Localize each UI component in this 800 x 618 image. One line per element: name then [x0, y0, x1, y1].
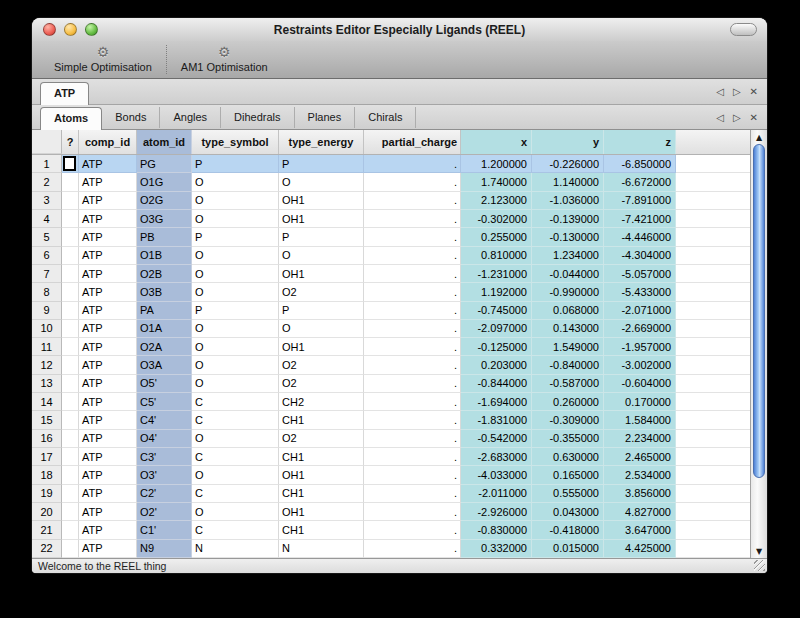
cell-atom-id[interactable]: O3B	[137, 283, 192, 301]
cell-q[interactable]	[62, 210, 79, 228]
cell-type-energy[interactable]: P	[279, 155, 364, 173]
cell-x[interactable]: -0.542000	[461, 430, 532, 448]
cell-q[interactable]	[62, 411, 79, 429]
cell-atom-id[interactable]: O3A	[137, 356, 192, 374]
cell-type-symbol[interactable]: O	[192, 210, 279, 228]
cell-atom-id[interactable]: O3G	[137, 210, 192, 228]
cell-partial-charge[interactable]: .	[364, 466, 461, 484]
scrollbar-track[interactable]	[751, 478, 767, 544]
cell-z[interactable]: -5.057000	[604, 265, 676, 283]
cell-q[interactable]	[62, 430, 79, 448]
cell-z[interactable]: -1.957000	[604, 338, 676, 356]
table-row[interactable]: 17ATPC3'CCH1.-2.6830000.6300002.465000	[32, 448, 750, 466]
cell-z[interactable]: 4.827000	[604, 503, 676, 521]
cell-x[interactable]: 1.192000	[461, 283, 532, 301]
tab-scroll-right-icon[interactable]: ▷	[733, 86, 741, 97]
tab-angles[interactable]: Angles	[160, 107, 221, 128]
cell-type-symbol[interactable]: C	[192, 521, 279, 539]
cell-atom-id[interactable]: O4'	[137, 430, 192, 448]
column-header-type_energy[interactable]: type_energy	[279, 130, 364, 154]
cell-y[interactable]: 1.549000	[532, 338, 604, 356]
cell-type-energy[interactable]: OH1	[279, 466, 364, 484]
cell-q[interactable]	[62, 192, 79, 210]
cell-atom-id[interactable]: O3'	[137, 466, 192, 484]
cell-x[interactable]: 0.810000	[461, 247, 532, 265]
cell-x[interactable]: -1.694000	[461, 393, 532, 411]
cell-x[interactable]: -4.033000	[461, 466, 532, 484]
cell-z[interactable]: -2.071000	[604, 302, 676, 320]
cell-z[interactable]: -7.421000	[604, 210, 676, 228]
cell-atom-id[interactable]: O2B	[137, 265, 192, 283]
scroll-up-icon[interactable]: ▲	[751, 130, 767, 144]
table-row[interactable]: 3ATPO2GOOH1.2.123000-1.036000-7.891000	[32, 192, 750, 210]
cell-q[interactable]	[62, 155, 79, 173]
cell-comp-id[interactable]: ATP	[79, 338, 137, 356]
cell-comp-id[interactable]: ATP	[79, 375, 137, 393]
cell-partial-charge[interactable]: .	[364, 540, 461, 558]
cell-partial-charge[interactable]: .	[364, 393, 461, 411]
cell-partial-charge[interactable]: .	[364, 338, 461, 356]
cell-y[interactable]: -0.139000	[532, 210, 604, 228]
table-row[interactable]: 4ATPO3GOOH1.-0.302000-0.139000-7.421000	[32, 210, 750, 228]
cell-q[interactable]	[62, 375, 79, 393]
cell-atom-id[interactable]: O5'	[137, 375, 192, 393]
cell-type-energy[interactable]: OH1	[279, 338, 364, 356]
cell-comp-id[interactable]: ATP	[79, 503, 137, 521]
cell-type-symbol[interactable]: N	[192, 540, 279, 558]
cell-y[interactable]: 0.630000	[532, 448, 604, 466]
cell-type-energy[interactable]: O	[279, 247, 364, 265]
cell-comp-id[interactable]: ATP	[79, 356, 137, 374]
cell-y[interactable]: -0.990000	[532, 283, 604, 301]
cell-type-energy[interactable]: O2	[279, 283, 364, 301]
column-header-z[interactable]: z	[604, 130, 676, 154]
cell-z[interactable]: -5.433000	[604, 283, 676, 301]
cell-partial-charge[interactable]: .	[364, 503, 461, 521]
cell-x[interactable]: 1.200000	[461, 155, 532, 173]
cell-z[interactable]: -2.669000	[604, 320, 676, 338]
cell-x[interactable]: -0.745000	[461, 302, 532, 320]
cell-partial-charge[interactable]: .	[364, 192, 461, 210]
cell-z[interactable]: 2.465000	[604, 448, 676, 466]
tab-dihedrals[interactable]: Dihedrals	[221, 107, 294, 128]
cell-q[interactable]	[62, 283, 79, 301]
cell-type-energy[interactable]: O	[279, 173, 364, 191]
cell-type-symbol[interactable]: C	[192, 393, 279, 411]
cell-type-symbol[interactable]: O	[192, 356, 279, 374]
vertical-scrollbar[interactable]: ▲ ▼	[750, 130, 767, 558]
cell-atom-id[interactable]: C2'	[137, 485, 192, 503]
cell-x[interactable]: -0.125000	[461, 338, 532, 356]
cell-partial-charge[interactable]: .	[364, 356, 461, 374]
table-row[interactable]: 11ATPO2AOOH1.-0.1250001.549000-1.957000	[32, 338, 750, 356]
cell-z[interactable]: 3.856000	[604, 485, 676, 503]
cell-z[interactable]: 1.584000	[604, 411, 676, 429]
cell-x[interactable]: 0.332000	[461, 540, 532, 558]
cell-atom-id[interactable]: PA	[137, 302, 192, 320]
table-row[interactable]: 12ATPO3AOO2.0.203000-0.840000-3.002000	[32, 356, 750, 374]
cell-type-energy[interactable]: O2	[279, 375, 364, 393]
cell-q[interactable]	[62, 320, 79, 338]
cell-comp-id[interactable]: ATP	[79, 393, 137, 411]
cell-y[interactable]: -0.840000	[532, 356, 604, 374]
cell-comp-id[interactable]: ATP	[79, 411, 137, 429]
cell-y[interactable]: -0.309000	[532, 411, 604, 429]
cell-type-symbol[interactable]: O	[192, 466, 279, 484]
cell-z[interactable]: -4.446000	[604, 228, 676, 246]
table-row[interactable]: 6ATPO1BOO.0.8100001.234000-4.304000	[32, 247, 750, 265]
cell-y[interactable]: -0.587000	[532, 375, 604, 393]
cell-comp-id[interactable]: ATP	[79, 265, 137, 283]
tab-bonds[interactable]: Bonds	[102, 107, 160, 128]
column-header-partial_charge[interactable]: partial_charge	[364, 130, 461, 154]
cell-comp-id[interactable]: ATP	[79, 448, 137, 466]
cell-type-energy[interactable]: P	[279, 228, 364, 246]
cell-q[interactable]	[62, 338, 79, 356]
cell-type-symbol[interactable]: P	[192, 228, 279, 246]
cell-y[interactable]: -0.355000	[532, 430, 604, 448]
cell-partial-charge[interactable]: .	[364, 283, 461, 301]
cell-type-symbol[interactable]: C	[192, 485, 279, 503]
cell-comp-id[interactable]: ATP	[79, 320, 137, 338]
cell-atom-id[interactable]: C1'	[137, 521, 192, 539]
column-header-q[interactable]: ?	[62, 130, 79, 154]
cell-x[interactable]: -2.011000	[461, 485, 532, 503]
table-row[interactable]: 14ATPC5'CCH2.-1.6940000.2600000.170000	[32, 393, 750, 411]
cell-partial-charge[interactable]: .	[364, 247, 461, 265]
